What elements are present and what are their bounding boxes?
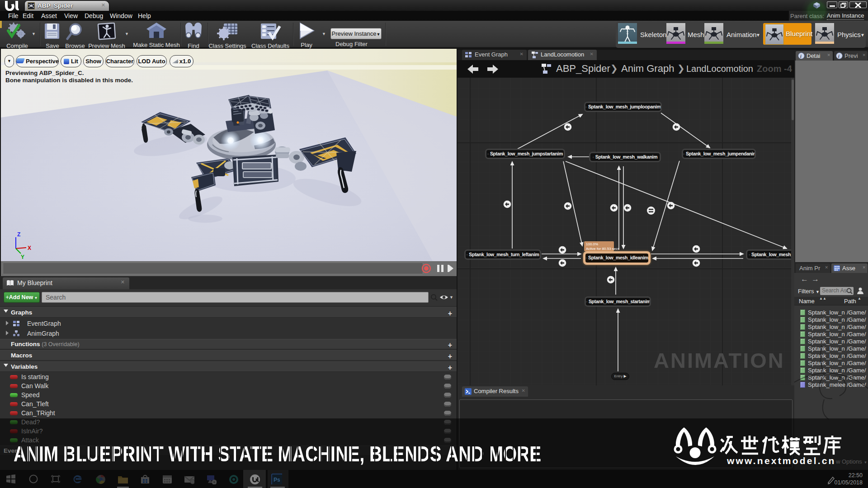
svg-text:Z: Z [17,231,20,238]
svg-text:Ps: Ps [274,477,280,483]
svg-text:100.0%: 100.0% [586,242,598,246]
svg-text:Active for 80.53 secs: Active for 80.53 secs [586,247,619,251]
svg-text:i: i [800,54,802,59]
svg-text:i: i [838,54,840,59]
svg-text:Y: Y [21,254,24,260]
svg-text:ANIMATION: ANIMATION [654,348,785,372]
svg-text:X: X [28,245,31,251]
